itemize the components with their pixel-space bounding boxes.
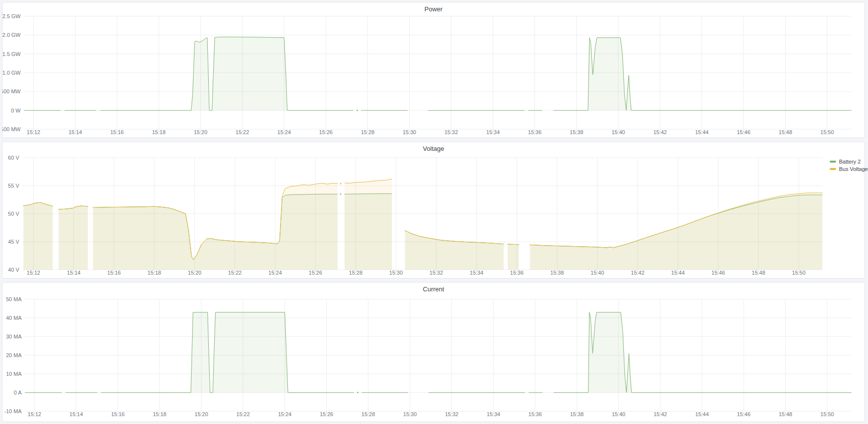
x-axis-label: 15:40 [590,270,604,276]
current-area [101,312,354,393]
x-axis-label: 15:42 [653,411,667,417]
power-point [357,110,358,111]
x-axis-label: 15:36 [529,411,542,417]
y-axis-label: 1.5 GW [2,51,21,57]
x-axis-label: 15:30 [403,129,417,135]
x-axis-label: 15:48 [779,411,792,417]
x-axis-label: 15:22 [236,411,250,417]
power-area [100,37,353,111]
x-axis-label: 15:46 [737,411,751,417]
panel-current: Current 50 MA40 MA30 MA20 MA10 MA0 A-10 … [2,282,865,422]
bus-voltage-area [58,206,87,270]
x-axis-label: 15:50 [820,129,834,135]
x-axis-label: 15:46 [737,129,751,135]
y-axis-label: 10 MA [6,371,22,377]
x-axis-label: 15:44 [695,411,709,417]
y-axis-label: 55 V [8,183,19,189]
voltage-legend: Battery 2 Bus Voltage [830,159,868,172]
current-chart[interactable]: 50 MA40 MA30 MA20 MA10 MA0 A-10 MA15:121… [2,283,866,424]
y-axis-label: 500 MW [2,88,21,94]
x-axis-label: 15:18 [153,411,167,417]
x-axis-label: 15:12 [27,129,40,135]
x-axis-label: 15:30 [403,411,417,417]
voltage-chart[interactable]: 60 V55 V50 V45 V40 V15:1215:1415:1615:18… [2,142,866,280]
legend-label-battery-2: Battery 2 [839,159,861,165]
panel-power: Power 2.5 GW2.0 GW1.5 GW1.0 GW500 MW0 W-… [2,2,865,138]
x-axis-label: 15:26 [320,411,334,417]
panel-voltage: Voltage 60 V55 V50 V45 V40 V15:1215:1415… [2,141,865,279]
x-axis-label: 15:24 [278,129,291,135]
legend-label-bus-voltage: Bus Voltage [839,166,868,172]
y-axis-label: 50 V [8,211,19,217]
x-axis-label: 15:14 [69,411,83,417]
voltage-plot-svg: 60 V55 V50 V45 V40 V15:1215:1415:1615:18… [2,142,866,278]
x-axis-label: 15:26 [319,129,333,135]
y-axis-label: 60 V [8,155,19,161]
bus-voltage-area [24,202,53,270]
x-axis-label: 15:34 [470,270,483,276]
x-axis-label: 15:14 [67,270,81,276]
bus-voltage-area [530,193,822,270]
x-axis-label: 15:26 [308,270,322,276]
x-axis-label: 15:12 [27,270,40,276]
x-axis-label: 15:32 [445,411,459,417]
power-chart[interactable]: 2.5 GW2.0 GW1.5 GW1.0 GW500 MW0 W-500 MW… [2,2,866,140]
x-axis-label: 15:18 [147,270,161,276]
x-axis-label: 15:20 [195,411,208,417]
y-axis-label: 40 V [8,267,19,273]
x-axis-label: 15:32 [445,129,458,135]
x-axis-label: 15:44 [671,270,685,276]
bus-voltage-area [345,179,392,270]
x-axis-label: 15:50 [792,270,806,276]
x-axis-label: 15:28 [362,411,375,417]
x-axis-label: 15:24 [278,411,292,417]
x-axis-label: 15:42 [631,270,644,276]
x-axis-label: 15:28 [349,270,363,276]
x-axis-label: 15:28 [361,129,375,135]
x-axis-label: 15:22 [228,270,242,276]
y-axis-label: -500 MW [2,126,21,132]
y-axis-label: 45 V [8,239,19,245]
x-axis-label: 15:14 [68,129,82,135]
y-axis-label: 30 MA [6,334,22,339]
x-axis-label: 15:16 [111,411,125,417]
bus-voltage-point [340,183,341,185]
x-axis-label: 15:22 [236,129,250,135]
x-axis-label: 15:16 [107,270,121,276]
battery-2-swatch-icon [830,161,836,163]
x-axis-label: 15:38 [570,129,584,135]
power-plot-svg: 2.5 GW2.0 GW1.5 GW1.0 GW500 MW0 W-500 MW… [2,2,866,138]
x-axis-label: 15:48 [752,270,765,276]
bus-voltage-line [508,244,519,245]
y-axis-label: 40 MA [6,315,22,321]
x-axis-label: 15:44 [695,129,709,135]
bus-voltage-swatch-icon [830,168,836,170]
battery-2-point [340,194,341,195]
x-axis-label: 15:32 [429,270,443,276]
x-axis-label: 15:40 [612,411,625,417]
legend-item-bus-voltage[interactable]: Bus Voltage [830,166,868,172]
current-area [554,312,851,393]
y-axis-label: 0 W [11,108,21,113]
x-axis-label: 15:36 [510,270,524,276]
power-area [554,38,851,111]
y-axis-label: 1.0 GW [2,70,21,76]
legend-item-battery-2[interactable]: Battery 2 [830,159,868,165]
x-axis-label: 15:48 [779,129,792,135]
x-axis-label: 15:18 [152,129,166,135]
y-axis-label: 50 MA [6,296,22,302]
x-axis-label: 15:12 [28,411,41,417]
current-plot-svg: 50 MA40 MA30 MA20 MA10 MA0 A-10 MA15:121… [2,283,866,422]
x-axis-label: 15:50 [820,411,834,417]
y-axis-label: 0 A [14,390,22,396]
bus-voltage-area [93,183,337,270]
x-axis-label: 15:16 [110,129,124,135]
bus-voltage-area [508,244,519,270]
y-axis-label: 20 MA [6,352,22,358]
x-axis-label: 15:38 [550,270,564,276]
x-axis-label: 15:38 [570,411,584,417]
x-axis-label: 15:42 [653,129,667,135]
x-axis-label: 15:34 [487,411,501,417]
x-axis-label: 15:20 [188,270,201,276]
x-axis-label: 15:40 [612,129,625,135]
